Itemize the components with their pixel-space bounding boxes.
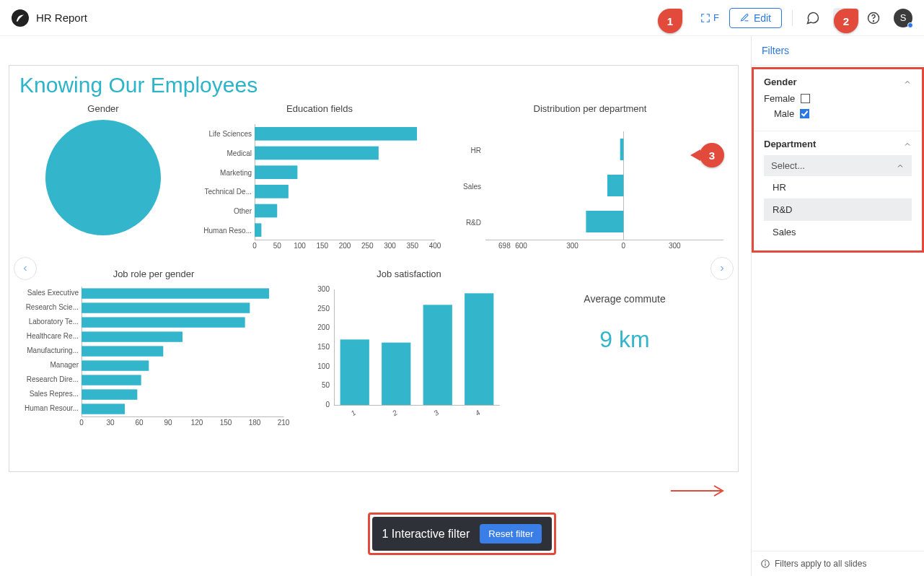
chevron-up-icon[interactable] <box>903 140 912 149</box>
fullscreen-button[interactable]: F <box>700 12 719 23</box>
commute-value: 9 km <box>527 326 722 353</box>
help-button[interactable] <box>863 8 884 28</box>
svg-text:Research Scie...: Research Scie... <box>26 303 79 311</box>
svg-text:698: 698 <box>498 242 511 250</box>
select-placeholder: Select... <box>771 160 805 171</box>
chart-svg[interactable]: Life SciencesMedicalMarketingTechnical D… <box>197 117 442 261</box>
chart-title: Education fields <box>197 103 442 114</box>
chart-svg[interactable]: HRSalesR&D6986003000300 <box>449 117 731 261</box>
svg-text:Laboratory Te...: Laboratory Te... <box>29 318 79 326</box>
svg-text:30: 30 <box>106 419 115 427</box>
svg-text:Sales Repres...: Sales Repres... <box>30 390 79 398</box>
svg-rect-15 <box>255 223 261 237</box>
svg-point-2 <box>874 20 874 21</box>
svg-text:180: 180 <box>249 419 261 427</box>
option-label: Female <box>764 93 795 104</box>
filter-option-male[interactable]: Male <box>774 108 912 119</box>
toast-text: 1 Interactive filter <box>382 528 470 541</box>
svg-text:120: 120 <box>191 419 203 427</box>
svg-text:HR: HR <box>471 147 481 154</box>
reset-filter-button[interactable]: Reset filter <box>480 524 542 544</box>
svg-text:Human Resour...: Human Resour... <box>25 404 79 412</box>
avatar-initial: S <box>900 12 907 23</box>
callout-2: 2 <box>834 9 858 33</box>
svg-text:0: 0 <box>622 242 626 250</box>
chart-title: Job role per gender <box>17 269 291 279</box>
avatar[interactable]: S <box>894 9 912 27</box>
svg-text:150: 150 <box>317 343 330 351</box>
svg-rect-13 <box>255 204 277 218</box>
svg-text:50: 50 <box>322 381 330 389</box>
svg-rect-30 <box>607 175 623 196</box>
svg-rect-55 <box>82 389 137 399</box>
svg-text:Medical: Medical <box>227 149 252 157</box>
svg-text:1: 1 <box>349 409 357 417</box>
dept-option-rd[interactable]: R&D <box>764 198 912 221</box>
chart-svg[interactable]: 0501001502002503001234 <box>301 282 517 434</box>
filter-option-female[interactable]: Female <box>764 93 912 104</box>
topbar: HR Report F Edit 1 S <box>0 0 924 36</box>
filter-group-gender: Gender Female Male <box>754 69 922 131</box>
app-logo <box>12 9 29 27</box>
svg-rect-80 <box>423 305 452 405</box>
filter-title: Gender <box>764 77 797 87</box>
chart-svg[interactable]: Sales ExecutiveResearch Scie...Laborator… <box>17 282 291 448</box>
app-title: HR Report <box>36 12 87 24</box>
chart-distribution: Distribution per department HRSalesR&D69… <box>449 103 731 264</box>
fullscreen-letter: F <box>713 12 719 23</box>
svg-text:150: 150 <box>220 419 232 427</box>
svg-text:400: 400 <box>429 242 441 250</box>
svg-rect-28 <box>620 139 624 160</box>
svg-rect-45 <box>82 317 245 327</box>
svg-text:0: 0 <box>325 401 330 409</box>
chart-commute: Average commute 9 km <box>527 269 722 451</box>
svg-text:R&D: R&D <box>466 219 481 227</box>
toast-highlight: 1 Interactive filter Reset filter <box>368 512 557 555</box>
report-canvas: Knowing Our Employees Gender Education f… <box>9 65 739 472</box>
svg-rect-7 <box>255 147 379 160</box>
chart-jobsat: Job satisfaction 0501001502002503001234 <box>301 269 517 451</box>
main: Knowing Our Employees Gender Education f… <box>0 36 751 576</box>
svg-text:Sales: Sales <box>463 183 481 191</box>
svg-rect-43 <box>82 302 250 313</box>
svg-text:100: 100 <box>294 242 306 250</box>
svg-rect-82 <box>465 293 493 405</box>
svg-rect-47 <box>82 331 182 341</box>
svg-text:300: 300 <box>317 285 330 293</box>
comments-button[interactable] <box>803 8 823 28</box>
svg-text:210: 210 <box>278 419 290 427</box>
pie-slice[interactable] <box>45 120 161 235</box>
chevron-up-icon <box>896 162 905 170</box>
chevron-up-icon[interactable] <box>903 78 912 87</box>
svg-rect-41 <box>82 288 269 298</box>
svg-text:350: 350 <box>406 242 418 250</box>
chart-title: Distribution per department <box>449 103 731 114</box>
svg-rect-78 <box>382 343 410 405</box>
svg-text:300: 300 <box>669 242 681 250</box>
annotation-arrow <box>671 484 729 498</box>
svg-rect-51 <box>82 360 149 370</box>
svg-rect-49 <box>82 346 163 356</box>
chart-title: Gender <box>17 103 190 114</box>
dept-option-hr[interactable]: HR <box>764 176 912 198</box>
svg-text:Life Sciences: Life Sciences <box>209 130 252 138</box>
help-icon <box>866 11 881 25</box>
svg-text:Research Dire...: Research Dire... <box>27 375 79 383</box>
filters-header: Filters <box>752 36 924 66</box>
edit-button[interactable]: Edit <box>729 8 782 28</box>
svg-text:200: 200 <box>317 323 330 331</box>
department-select[interactable]: Select... <box>764 155 912 176</box>
filter-group-department: Department Select... HR R&D Sales <box>754 131 922 250</box>
page-title: Knowing Our Employees <box>9 66 738 100</box>
checkbox[interactable] <box>801 94 810 103</box>
commute-label: Average commute <box>527 293 722 305</box>
dept-option-sales[interactable]: Sales <box>764 221 912 243</box>
checkbox-checked[interactable] <box>800 109 809 118</box>
svg-text:Manufacturing...: Manufacturing... <box>27 346 79 354</box>
svg-rect-53 <box>82 375 141 385</box>
svg-rect-76 <box>340 339 369 405</box>
chart-jobrole: Job role per gender Sales ExecutiveResea… <box>17 269 291 451</box>
svg-text:Sales Executive: Sales Executive <box>27 289 79 297</box>
info-icon <box>760 559 770 569</box>
svg-text:600: 600 <box>515 242 527 250</box>
